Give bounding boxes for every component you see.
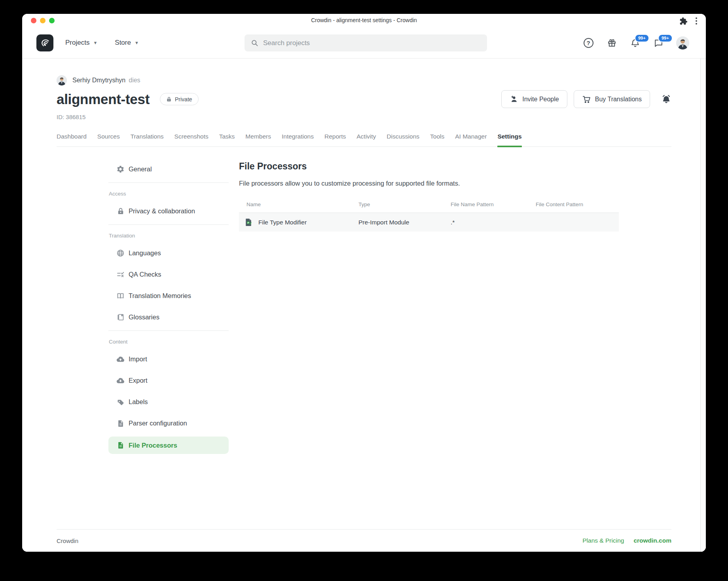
sidebar-item-label: Import bbox=[129, 355, 147, 363]
browser-window: Crowdin - alignment-test settings - Crow… bbox=[22, 14, 706, 552]
lock-icon bbox=[166, 97, 172, 102]
sidebar-item-labels[interactable]: Labels bbox=[108, 394, 229, 410]
sidebar-item-privacy-collaboration[interactable]: Privacy & collaboration bbox=[108, 203, 229, 219]
sidebar-item-label: General bbox=[129, 165, 152, 173]
sidebar-item-general[interactable]: General bbox=[108, 161, 229, 177]
owner-name-link[interactable]: Serhiy Dmytryshyn bbox=[72, 77, 125, 84]
chevron-down-icon: ▼ bbox=[93, 40, 97, 45]
tab-activity[interactable]: Activity bbox=[356, 133, 376, 146]
sidebar-item-qa-checks[interactable]: QA Checks bbox=[108, 266, 229, 283]
store-menu[interactable]: Store ▼ bbox=[115, 39, 139, 47]
globe-icon bbox=[116, 249, 125, 257]
tab-discussions[interactable]: Discussions bbox=[387, 133, 419, 146]
crowdin-logo-icon[interactable] bbox=[36, 34, 53, 51]
browser-menu-icon[interactable] bbox=[695, 17, 698, 25]
search-input[interactable]: Search projects bbox=[245, 34, 487, 51]
tab-translations[interactable]: Translations bbox=[131, 133, 164, 146]
file-processors-panel: File Processors File processors allow yo… bbox=[239, 161, 671, 529]
project-tabs: Dashboard Sources Translations Screensho… bbox=[57, 133, 671, 147]
tab-screenshots[interactable]: Screenshots bbox=[174, 133, 209, 146]
sidebar-item-label: Glossaries bbox=[129, 313, 159, 321]
owner-suffix-text: dies bbox=[129, 77, 140, 84]
projects-menu[interactable]: Projects ▼ bbox=[65, 39, 97, 47]
messages-badge: 99+ bbox=[658, 34, 673, 42]
scrollbar[interactable] bbox=[700, 59, 706, 552]
sidebar-item-import[interactable]: Import bbox=[108, 351, 229, 367]
visibility-badge: Private bbox=[160, 93, 199, 105]
open-book-icon bbox=[116, 292, 125, 300]
column-type: Type bbox=[358, 201, 451, 207]
sidebar-item-languages[interactable]: Languages bbox=[108, 245, 229, 261]
tab-members[interactable]: Members bbox=[245, 133, 271, 146]
column-name: Name bbox=[239, 201, 358, 207]
file-processors-table: Name Type File Name Pattern File Content… bbox=[239, 198, 619, 232]
page-content: Serhiy Dmytryshyn dies alignment-test Pr… bbox=[22, 59, 706, 552]
tab-tools[interactable]: Tools bbox=[430, 133, 444, 146]
search-icon bbox=[251, 39, 258, 47]
tag-icon bbox=[116, 398, 125, 406]
sidebar-item-export[interactable]: Export bbox=[108, 372, 229, 389]
tab-sources[interactable]: Sources bbox=[97, 133, 120, 146]
table-row[interactable]: File Type Modifier Pre-Import Module .* bbox=[239, 213, 619, 232]
tab-integrations[interactable]: Integrations bbox=[282, 133, 314, 146]
sidebar-section-access: Access bbox=[108, 191, 229, 197]
gear-icon bbox=[116, 165, 125, 173]
sidebar-item-label: Languages bbox=[129, 249, 161, 257]
crowdin-site-link[interactable]: crowdin.com bbox=[633, 537, 671, 544]
project-id: ID: 386815 bbox=[57, 114, 671, 120]
row-name: File Type Modifier bbox=[258, 219, 307, 226]
project-notifications-bell-icon[interactable] bbox=[661, 94, 671, 104]
project-owner-row: Serhiy Dmytryshyn dies bbox=[57, 75, 671, 85]
gift-icon[interactable] bbox=[606, 38, 617, 49]
sidebar-item-translation-memories[interactable]: Translation Memories bbox=[108, 288, 229, 304]
main-menu: Projects ▼ Store ▼ bbox=[65, 39, 139, 47]
person-add-icon bbox=[510, 95, 518, 103]
footer-brand: Crowdin bbox=[57, 537, 78, 544]
tab-reports[interactable]: Reports bbox=[324, 133, 346, 146]
tab-settings[interactable]: Settings bbox=[497, 133, 521, 146]
help-icon[interactable]: ? bbox=[583, 38, 594, 49]
toolbar-right-icons: ? 99+ 99+ bbox=[583, 27, 689, 59]
file-processors-icon bbox=[116, 441, 125, 450]
owner-avatar[interactable] bbox=[57, 75, 67, 85]
glossary-icon bbox=[116, 313, 125, 321]
buy-translations-label: Buy Translations bbox=[595, 96, 642, 103]
window-title: Crowdin - alignment-test settings - Crow… bbox=[22, 17, 706, 23]
sidebar-item-label: Labels bbox=[129, 398, 148, 406]
file-type-modifier-icon bbox=[244, 218, 253, 227]
invite-people-label: Invite People bbox=[522, 96, 559, 103]
plans-pricing-link[interactable]: Plans & Pricing bbox=[582, 537, 624, 544]
invite-people-button[interactable]: Invite People bbox=[501, 90, 567, 108]
tab-ai-manager[interactable]: AI Manager bbox=[455, 133, 487, 146]
notifications-badge: 99+ bbox=[635, 34, 649, 42]
page-footer: Crowdin Plans & Pricing crowdin.com bbox=[57, 529, 671, 552]
column-file-content-pattern: File Content Pattern bbox=[536, 201, 619, 207]
sidebar-item-parser-configuration[interactable]: Parser configuration bbox=[108, 415, 229, 431]
page-title: File Processors bbox=[239, 161, 671, 172]
row-type: Pre-Import Module bbox=[358, 219, 451, 226]
notifications-bell-icon[interactable]: 99+ bbox=[629, 38, 641, 49]
sidebar-divider bbox=[108, 182, 229, 183]
column-file-name-pattern: File Name Pattern bbox=[451, 201, 536, 207]
sidebar-divider bbox=[108, 330, 229, 331]
document-icon bbox=[116, 419, 125, 427]
qa-checks-icon bbox=[116, 270, 125, 279]
buy-translations-button[interactable]: Buy Translations bbox=[574, 90, 650, 108]
tab-tasks[interactable]: Tasks bbox=[219, 133, 235, 146]
sidebar-item-label: Translation Memories bbox=[129, 292, 191, 300]
store-menu-label: Store bbox=[115, 39, 131, 47]
app-toolbar: Projects ▼ Store ▼ Search projects ? 99+ bbox=[22, 27, 706, 59]
extensions-puzzle-icon[interactable] bbox=[679, 17, 688, 25]
sidebar-item-file-processors[interactable]: File Processors bbox=[108, 437, 229, 454]
sidebar-item-label: QA Checks bbox=[129, 271, 161, 278]
settings-sidebar: General Access Privacy & collaboration T… bbox=[57, 161, 229, 529]
chevron-down-icon: ▼ bbox=[135, 40, 139, 45]
sidebar-item-glossaries[interactable]: Glossaries bbox=[108, 309, 229, 325]
tab-dashboard[interactable]: Dashboard bbox=[57, 133, 87, 146]
messages-chat-icon[interactable]: 99+ bbox=[653, 38, 664, 49]
visibility-label: Private bbox=[175, 96, 192, 103]
sidebar-item-label: Export bbox=[129, 377, 148, 384]
cart-icon bbox=[582, 95, 591, 104]
user-avatar[interactable] bbox=[676, 36, 689, 49]
active-tab-indicator bbox=[497, 146, 521, 147]
